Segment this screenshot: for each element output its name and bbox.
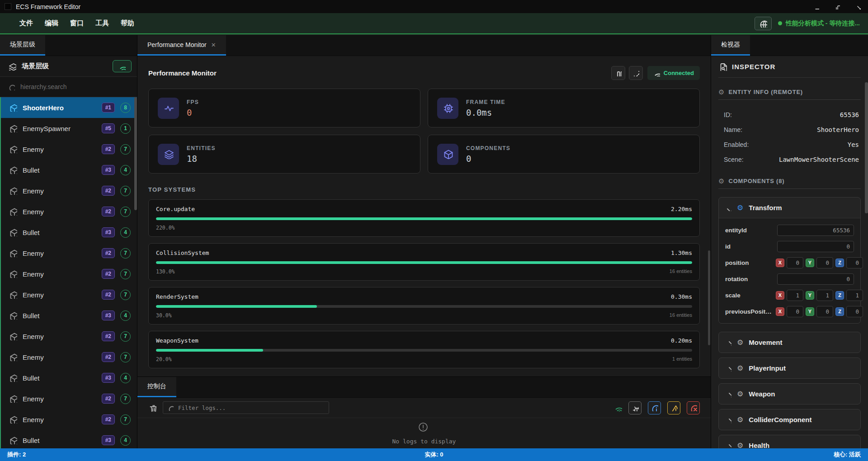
hierarchy-item[interactable]: Bullet#34 <box>1 160 137 180</box>
axis-input-z[interactable]: 0 <box>846 257 863 268</box>
axis-input-z[interactable]: 1 <box>846 290 863 301</box>
field-input[interactable]: 0 <box>777 273 854 285</box>
i-activity-icon <box>164 103 174 113</box>
tab-performance-monitor[interactable]: Performance Monitor ✕ <box>137 35 226 56</box>
main-scrollbar[interactable] <box>708 250 710 345</box>
info-filter-button[interactable] <box>648 401 661 414</box>
hierarchy-item[interactable]: ShooterHero#18 <box>1 97 137 118</box>
minimize-button[interactable] <box>806 0 826 13</box>
component-header-weapon[interactable]: ⚙Weapon <box>719 384 860 404</box>
entity-info-rows: ID:65536Name:ShooterHeroEnabled:YesScene… <box>718 107 861 167</box>
field-input[interactable]: 65536 <box>777 225 854 236</box>
field-input[interactable]: 0 <box>777 241 854 252</box>
field-control: X1Y1Z1 <box>776 290 863 301</box>
component-header-playerinput[interactable]: ⚙PlayerInput <box>719 358 860 378</box>
globe-button[interactable] <box>755 17 772 30</box>
entity-tag-badge: #3 <box>102 227 115 237</box>
debug-filter-button[interactable] <box>628 401 642 414</box>
axis-input-x[interactable]: 0 <box>787 257 803 268</box>
chevron-right-icon <box>725 391 731 397</box>
axis-input-y[interactable]: 0 <box>816 306 833 317</box>
console-empty-text: No logs to display <box>392 438 456 445</box>
entity-count-badge: 7 <box>120 144 131 155</box>
field-control: 0 <box>776 241 854 252</box>
axis-input-y[interactable]: 0 <box>816 257 833 268</box>
inspector-scrollbar[interactable] <box>865 82 868 213</box>
split-view-button[interactable] <box>611 66 625 80</box>
axis-input-z[interactable]: 0 <box>846 306 863 317</box>
maximize-icon <box>834 4 840 9</box>
entity-info-row: Name:ShooterHero <box>724 122 859 137</box>
maximize-button[interactable] <box>826 0 847 13</box>
log-filter-input[interactable] <box>177 404 324 412</box>
system-entities: 16 entities <box>670 312 692 319</box>
expand-button[interactable] <box>629 66 643 80</box>
hierarchy-item[interactable]: Bullet#34 <box>1 222 137 243</box>
component-card-collidercomponent: ⚙ColliderComponent <box>718 409 861 430</box>
hierarchy-item[interactable]: Bullet#34 <box>1 430 137 448</box>
hierarchy-search-input[interactable] <box>19 83 129 91</box>
trash-icon[interactable] <box>148 404 156 412</box>
alert-circle-icon <box>418 422 430 434</box>
hierarchy-item[interactable]: Enemy#27 <box>1 201 137 222</box>
axis-input-y[interactable]: 1 <box>816 290 833 301</box>
hierarchy-item[interactable]: EnemySpawner#51 <box>1 118 137 139</box>
menu-item-0[interactable]: 文件 <box>14 16 39 30</box>
tab-scene-hierarchy[interactable]: 场景层级 <box>0 35 45 56</box>
info-value: LawnMowerShooterScene <box>779 156 859 163</box>
hierarchy-scrollbar[interactable] <box>134 97 137 210</box>
axis-badge-y: Y <box>806 259 814 267</box>
hierarchy-item[interactable]: Enemy#27 <box>1 263 137 284</box>
component-header-health[interactable]: ⚙Health <box>719 435 860 448</box>
entity-count-badge: 7 <box>120 414 131 425</box>
system-bar-track <box>156 349 692 352</box>
menu-item-2[interactable]: 窗口 <box>64 16 90 30</box>
hierarchy-item[interactable]: Enemy#27 <box>1 284 137 305</box>
connected-button[interactable]: Connected <box>647 66 700 80</box>
entity-count-badge: 1 <box>120 123 131 134</box>
axis-badge-x: X <box>776 259 784 267</box>
system-card-bottom: 20.0%1 entities <box>156 356 692 362</box>
hierarchy-item[interactable]: Enemy#27 <box>1 180 137 201</box>
statusbar-entities: 实体: 0 <box>0 451 868 459</box>
hierarchy-connection-button[interactable] <box>113 60 132 72</box>
hierarchy-item[interactable]: Bullet#34 <box>1 367 137 388</box>
status-dot <box>778 21 782 25</box>
stat-card-components: COMPONENTS0 <box>428 135 700 174</box>
hierarchy-item[interactable]: Enemy#27 <box>1 388 137 409</box>
hierarchy-item[interactable]: Enemy#27 <box>1 139 137 160</box>
hierarchy-item[interactable]: Bullet#34 <box>1 305 137 326</box>
warning-filter-button[interactable] <box>667 401 680 414</box>
menu-item-1[interactable]: 编辑 <box>39 16 64 30</box>
console-empty-state: No logs to display <box>137 418 711 448</box>
hierarchy-item[interactable]: Enemy#27 <box>1 243 137 263</box>
tab-inspector[interactable]: 检视器 <box>711 35 750 56</box>
entity-cube-icon <box>9 103 17 112</box>
hierarchy-item[interactable]: Enemy#27 <box>1 347 137 367</box>
menu-item-4[interactable]: 帮助 <box>115 16 140 30</box>
stat-label: FPS <box>187 99 199 105</box>
error-filter-button[interactable] <box>687 401 700 414</box>
menu-item-3[interactable]: 工具 <box>90 16 115 30</box>
component-name: PlayerInput <box>749 364 786 372</box>
system-bar-fill <box>156 217 692 220</box>
console-tabstrip: 控制台 <box>137 377 711 398</box>
close-button[interactable] <box>847 0 868 13</box>
inspector-panel: 检视器 INSPECTOR ⚙ ENTITY INFO (REMOTE) ID:… <box>711 35 868 448</box>
axis-input-x[interactable]: 1 <box>787 290 803 301</box>
components-title: COMPONENTS (8) <box>728 178 784 184</box>
system-bar-track <box>156 261 692 264</box>
component-header-movement[interactable]: ⚙Movement <box>719 332 860 353</box>
tab-close-icon[interactable]: ✕ <box>211 42 216 48</box>
axis-input-x[interactable]: 0 <box>787 306 803 317</box>
transform-fields: entityId65536id0positionX0Y0Z0rotation0s… <box>719 218 860 323</box>
hierarchy-header: 场景层级 <box>0 56 137 77</box>
tab-console[interactable]: 控制台 <box>137 377 176 397</box>
hierarchy-item[interactable]: Enemy#27 <box>1 326 137 347</box>
entity-count-badge: 4 <box>120 310 131 321</box>
entity-name: Enemy <box>23 291 96 299</box>
console-wifi-icon[interactable] <box>614 404 622 412</box>
hierarchy-item[interactable]: Enemy#27 <box>1 409 137 430</box>
component-header-transform[interactable]: ⚙ Transform <box>719 198 860 218</box>
component-header-collidercomponent[interactable]: ⚙ColliderComponent <box>719 409 860 430</box>
